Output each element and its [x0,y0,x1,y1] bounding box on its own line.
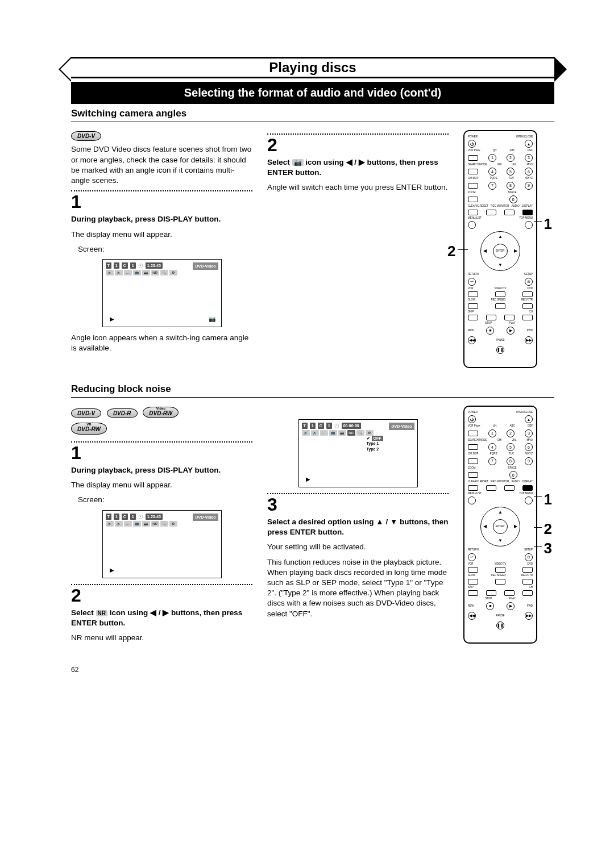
play-button[interactable]: ▶ [507,602,515,610]
skip-next-button[interactable] [486,315,496,320]
pause-button[interactable]: ❚❚ [496,621,504,629]
pause-button[interactable]: ❚❚ [496,346,504,354]
recotr-button[interactable] [522,303,533,309]
return-button[interactable]: ↩ [468,278,476,286]
num-1[interactable]: 1 [488,154,496,162]
rew-button[interactable]: ◀◀ [468,612,476,620]
audio-button[interactable] [504,210,515,215]
return-button[interactable]: ↩ [468,553,476,561]
arrow-up-icon[interactable]: ▲ [498,510,503,516]
num-4[interactable]: 4 [488,443,496,451]
stop-button[interactable]: ■ [486,327,494,335]
dpad[interactable]: ▲ ▼ ◀ ▶ ENTER [480,231,520,271]
recspeed-button[interactable] [495,579,505,585]
ch-down-button[interactable] [504,315,515,320]
screen-label: Screen: [71,244,252,254]
rew-button[interactable]: ◀◀ [468,336,476,344]
num-3[interactable]: 3 [525,154,533,162]
enter-button[interactable]: ENTER [493,244,508,258]
vcr-button[interactable] [468,291,478,297]
num-5[interactable]: 5 [507,168,515,176]
dpad[interactable]: ▲ ▼ ◀ ▶ ENTER [480,507,520,546]
divider [71,122,554,122]
videotv-button[interactable] [495,291,505,297]
recmon-button[interactable] [486,485,496,491]
topmenu-button[interactable] [525,221,533,229]
osd-t: T [302,423,308,429]
display-button[interactable] [522,210,533,215]
num-7[interactable]: 7 [488,457,496,465]
display-button[interactable] [522,485,533,491]
ch-up-button[interactable] [522,590,533,596]
num-0[interactable]: 0 [509,195,517,203]
ch-down-button[interactable] [504,590,515,596]
num-2[interactable]: 2 [507,429,515,437]
dvd-button[interactable] [522,567,533,573]
skip-prev-button[interactable] [468,315,478,320]
cmskip-button[interactable] [468,183,478,189]
fwd-button[interactable]: ▶▶ [525,336,533,344]
arrow-up-icon[interactable]: ▲ [498,234,503,240]
cmskip-button[interactable] [468,458,478,464]
osd-time: 1:23:45 [146,514,163,520]
zoom-button[interactable] [468,197,478,202]
play-button[interactable]: ▶ [507,327,515,335]
num-8[interactable]: 8 [507,457,515,465]
eject-button[interactable]: ▲ [525,140,533,148]
videotv-button[interactable] [495,567,505,573]
audio-button[interactable] [504,485,515,491]
skip-prev-button[interactable] [468,590,478,596]
fwd-button[interactable]: ▶▶ [525,612,533,620]
enter-button[interactable]: ENTER [493,519,508,534]
callout-2: 2 [447,241,455,261]
vcrplus-button[interactable] [468,431,478,436]
num-1[interactable]: 1 [488,429,496,437]
power-button[interactable]: ⏻ [468,140,476,148]
search-button[interactable] [468,169,478,174]
num-2[interactable]: 2 [507,154,515,162]
slow-button[interactable] [468,579,478,585]
num-3[interactable]: 3 [525,429,533,437]
num-9[interactable]: 9 [525,182,533,190]
arrow-down-icon[interactable]: ▼ [498,262,503,269]
ch-up-button[interactable] [522,315,533,320]
num-4[interactable]: 4 [488,168,496,176]
arrow-down-icon[interactable]: ▼ [498,538,503,544]
menulist-button[interactable] [468,221,476,229]
num-0[interactable]: 0 [509,471,517,479]
num-9[interactable]: 9 [525,457,533,465]
callout-1: 1 [544,214,552,234]
recmon-button[interactable] [486,210,496,215]
setup-button[interactable]: ⊝ [525,553,533,561]
num-7[interactable]: 7 [488,182,496,190]
num-6[interactable]: 6 [525,168,533,176]
recotr-button[interactable] [522,579,533,585]
label: SETUP [524,549,533,552]
zoom-button[interactable] [468,472,478,478]
arrow-left-icon[interactable]: ◀ [483,524,487,530]
arrow-right-icon[interactable]: ▶ [514,524,517,530]
label-power: POWER [468,136,478,139]
search-button[interactable] [468,444,478,450]
stop-button[interactable]: ■ [486,602,494,610]
clear-button[interactable] [468,210,478,215]
dvd-button[interactable] [522,291,533,297]
arrow-right-icon[interactable]: ▶ [514,248,517,254]
skip-next-button[interactable] [486,590,496,596]
arrow-left-icon[interactable]: ◀ [483,248,487,254]
setup-button[interactable]: ⊝ [525,278,533,286]
vcrplus-button[interactable] [468,155,478,161]
vcr-button[interactable] [468,567,478,573]
num-5[interactable]: 5 [507,443,515,451]
eject-button[interactable]: ▲ [525,415,533,423]
clear-button[interactable] [468,485,478,491]
num-8[interactable]: 8 [507,182,515,190]
slow-button[interactable] [468,303,478,309]
topmenu-button[interactable] [525,496,533,504]
recspeed-button[interactable] [495,303,505,309]
menulist-button[interactable] [468,496,476,504]
power-button[interactable]: ⏻ [468,415,476,423]
num-6[interactable]: 6 [525,443,533,451]
step1-text: The display menu will appear. [71,229,252,240]
s2-step3-text2: This function reduces noise in the playb… [267,557,449,619]
